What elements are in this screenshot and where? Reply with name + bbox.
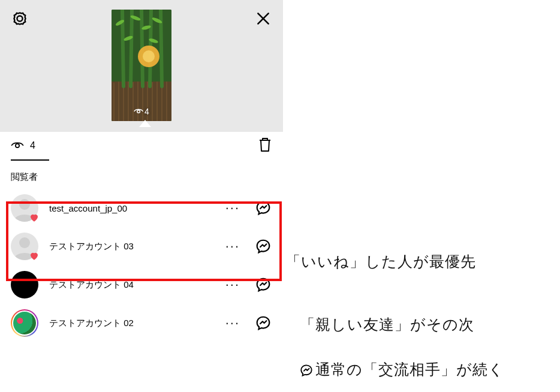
delete-button[interactable] [258, 137, 272, 155]
viewer-username[interactable]: テストアカウント 02 [49, 318, 211, 329]
viewer-username[interactable]: テストアカウント 04 [49, 279, 211, 291]
avatar[interactable] [11, 271, 38, 298]
svg-line-18 [131, 10, 132, 86]
messenger-icon [255, 200, 271, 216]
svg-point-32 [19, 199, 30, 210]
section-title: 閲覧者 [0, 161, 283, 189]
viewer-row: テストアカウント 03 ··· [0, 227, 283, 266]
heart-icon [29, 251, 40, 261]
thumbnail-view-number: 4 [144, 107, 149, 116]
viewer-row: test_account_jp_00 ··· [0, 189, 283, 227]
viewer-count-tab[interactable]: 4 [11, 140, 35, 151]
avatar[interactable] [11, 194, 38, 222]
svg-point-31 [16, 144, 19, 147]
viewer-username[interactable]: テストアカウント 03 [49, 241, 211, 252]
messenger-icon [255, 277, 271, 293]
svg-point-30 [137, 110, 140, 113]
avatar-image [13, 312, 36, 334]
message-button[interactable] [254, 237, 272, 255]
annotation-close-friends: 「親しい友達」がその次 [300, 315, 474, 334]
avatar-story-ring [11, 309, 38, 337]
avatar-image [11, 271, 38, 298]
story-thumbnail-area: 4 [0, 0, 283, 132]
avatar[interactable] [11, 309, 38, 337]
message-button[interactable] [254, 314, 272, 332]
annotation-regular-text: 通常の「交流相手」が続く [315, 361, 504, 378]
settings-button[interactable] [11, 10, 29, 28]
thumbnail-view-count: 4 [134, 107, 149, 116]
annotation-regular: 通常の「交流相手」が続く [300, 360, 504, 379]
more-options-button[interactable]: ··· [222, 239, 243, 254]
gear-icon [12, 11, 28, 26]
messenger-icon [300, 364, 313, 377]
eye-icon [11, 141, 24, 150]
message-button[interactable] [254, 199, 272, 217]
svg-point-33 [19, 237, 30, 248]
messenger-icon [255, 239, 271, 254]
annotation-liked-first: 「いいね」した人が最優先 [285, 252, 476, 272]
viewer-count-number: 4 [30, 140, 35, 151]
thumbnail-pointer [139, 120, 151, 127]
svg-point-0 [17, 16, 22, 21]
close-icon [255, 11, 271, 26]
story-thumbnail[interactable]: 4 [112, 10, 171, 121]
message-button[interactable] [254, 276, 272, 294]
avatar[interactable] [11, 233, 38, 260]
more-options-button[interactable]: ··· [222, 200, 243, 216]
close-button[interactable] [254, 10, 272, 28]
svg-point-29 [143, 50, 155, 62]
trash-icon [258, 137, 272, 152]
bamboo-image [112, 10, 171, 121]
viewer-row: テストアカウント 04 ··· [0, 266, 283, 304]
more-options-button[interactable]: ··· [222, 277, 243, 293]
viewer-username[interactable]: test_account_jp_00 [49, 203, 211, 213]
viewer-count-row: 4 [0, 132, 283, 159]
messenger-icon [255, 315, 271, 331]
viewer-row: テストアカウント 02 ··· [0, 304, 283, 342]
heart-icon [29, 212, 40, 223]
eye-icon [134, 108, 143, 115]
more-options-button[interactable]: ··· [222, 315, 243, 331]
story-viewers-panel: 4 4 閲覧者 test_account_jp_00 ··· [0, 0, 283, 392]
